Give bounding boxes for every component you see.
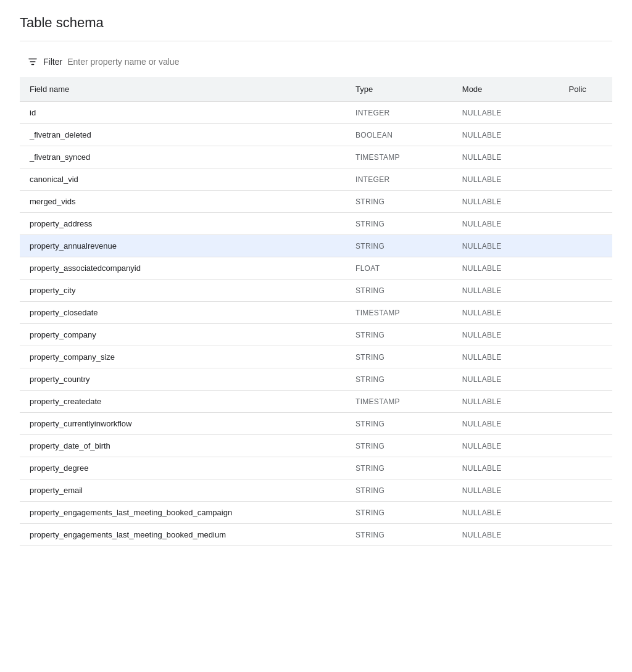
table-row[interactable]: property_date_of_birthSTRINGNULLABLE (20, 435, 612, 457)
table-row[interactable]: _fivetran_syncedTIMESTAMPNULLABLE (20, 146, 612, 168)
section-divider (20, 41, 612, 41)
page-title: Table schema (20, 15, 612, 31)
column-header-mode: Mode (452, 77, 559, 102)
cell-field-name: property_country (20, 368, 346, 391)
table-row[interactable]: property_createdateTIMESTAMPNULLABLE (20, 391, 612, 413)
cell-policy (559, 213, 612, 235)
table-row[interactable]: property_citySTRINGNULLABLE (20, 280, 612, 302)
cell-field-name: _fivetran_synced (20, 146, 346, 168)
cell-field-name: canonical_vid (20, 168, 346, 191)
table-row[interactable]: property_associatedcompanyidFLOATNULLABL… (20, 257, 612, 280)
cell-field-name: property_email (20, 479, 346, 502)
cell-field-name: property_company (20, 324, 346, 346)
table-row[interactable]: property_annualrevenueSTRINGNULLABLE (20, 235, 612, 257)
cell-type: STRING (346, 324, 452, 346)
cell-type: TIMESTAMP (346, 302, 452, 324)
cell-field-name: property_company_size (20, 346, 346, 368)
cell-policy (559, 191, 612, 213)
cell-mode: NULLABLE (452, 280, 559, 302)
cell-field-name: property_date_of_birth (20, 435, 346, 457)
cell-policy (559, 302, 612, 324)
table-row[interactable]: property_addressSTRINGNULLABLE (20, 213, 612, 235)
cell-field-name: property_engagements_last_meeting_booked… (20, 524, 346, 546)
cell-policy (559, 391, 612, 413)
table-row[interactable]: property_closedateTIMESTAMPNULLABLE (20, 302, 612, 324)
cell-mode: NULLABLE (452, 368, 559, 391)
cell-policy (559, 324, 612, 346)
cell-policy (559, 368, 612, 391)
cell-policy (559, 479, 612, 502)
column-header-field: Field name (20, 77, 346, 102)
cell-type: STRING (346, 235, 452, 257)
table-row[interactable]: property_companySTRINGNULLABLE (20, 324, 612, 346)
page-container: Table schema Filter Field name Type Mode… (0, 0, 632, 561)
table-row[interactable]: property_company_sizeSTRINGNULLABLE (20, 346, 612, 368)
cell-type: STRING (346, 346, 452, 368)
table-row[interactable]: property_engagements_last_meeting_booked… (20, 524, 612, 546)
cell-field-name: id (20, 102, 346, 124)
cell-type: INTEGER (346, 102, 452, 124)
cell-type: STRING (346, 457, 452, 479)
cell-policy (559, 524, 612, 546)
cell-policy (559, 413, 612, 435)
cell-field-name: property_address (20, 213, 346, 235)
cell-field-name: merged_vids (20, 191, 346, 213)
cell-mode: NULLABLE (452, 235, 559, 257)
table-row[interactable]: merged_vidsSTRINGNULLABLE (20, 191, 612, 213)
cell-policy (559, 168, 612, 191)
cell-field-name: property_closedate (20, 302, 346, 324)
table-body: idINTEGERNULLABLE_fivetran_deletedBOOLEA… (20, 102, 612, 546)
cell-mode: NULLABLE (452, 524, 559, 546)
cell-mode: NULLABLE (452, 502, 559, 524)
cell-type: TIMESTAMP (346, 146, 452, 168)
table-row[interactable]: property_emailSTRINGNULLABLE (20, 479, 612, 502)
column-header-type: Type (346, 77, 452, 102)
cell-type: STRING (346, 280, 452, 302)
table-row[interactable]: property_engagements_last_meeting_booked… (20, 502, 612, 524)
table-row[interactable]: _fivetran_deletedBOOLEANNULLABLE (20, 124, 612, 146)
table-row[interactable]: property_degreeSTRINGNULLABLE (20, 457, 612, 479)
table-header: Field name Type Mode Polic (20, 77, 612, 102)
cell-policy (559, 102, 612, 124)
cell-type: TIMESTAMP (346, 391, 452, 413)
cell-mode: NULLABLE (452, 324, 559, 346)
cell-type: STRING (346, 191, 452, 213)
cell-type: STRING (346, 479, 452, 502)
cell-mode: NULLABLE (452, 346, 559, 368)
cell-policy (559, 435, 612, 457)
cell-mode: NULLABLE (452, 435, 559, 457)
cell-policy (559, 502, 612, 524)
cell-type: STRING (346, 368, 452, 391)
cell-type: STRING (346, 435, 452, 457)
cell-mode: NULLABLE (452, 102, 559, 124)
cell-field-name: property_associatedcompanyid (20, 257, 346, 280)
cell-field-name: property_currentlyinworkflow (20, 413, 346, 435)
table-row[interactable]: property_currentlyinworkflowSTRINGNULLAB… (20, 413, 612, 435)
filter-icon (27, 56, 38, 67)
cell-policy (559, 280, 612, 302)
column-header-policy: Polic (559, 77, 612, 102)
cell-field-name: property_engagements_last_meeting_booked… (20, 502, 346, 524)
schema-table: Field name Type Mode Polic idINTEGERNULL… (20, 77, 612, 546)
filter-bar: Filter (20, 51, 612, 72)
cell-type: INTEGER (346, 168, 452, 191)
cell-field-name: _fivetran_deleted (20, 124, 346, 146)
cell-mode: NULLABLE (452, 124, 559, 146)
cell-field-name: property_city (20, 280, 346, 302)
table-row[interactable]: canonical_vidINTEGERNULLABLE (20, 168, 612, 191)
cell-policy (559, 457, 612, 479)
cell-mode: NULLABLE (452, 168, 559, 191)
filter-input[interactable] (67, 57, 605, 67)
table-row[interactable]: property_countrySTRINGNULLABLE (20, 368, 612, 391)
cell-mode: NULLABLE (452, 391, 559, 413)
filter-label: Filter (43, 57, 62, 67)
cell-mode: NULLABLE (452, 146, 559, 168)
cell-mode: NULLABLE (452, 457, 559, 479)
cell-policy (559, 124, 612, 146)
cell-mode: NULLABLE (452, 302, 559, 324)
cell-mode: NULLABLE (452, 479, 559, 502)
cell-type: STRING (346, 213, 452, 235)
cell-policy (559, 257, 612, 280)
cell-type: STRING (346, 413, 452, 435)
table-row[interactable]: idINTEGERNULLABLE (20, 102, 612, 124)
